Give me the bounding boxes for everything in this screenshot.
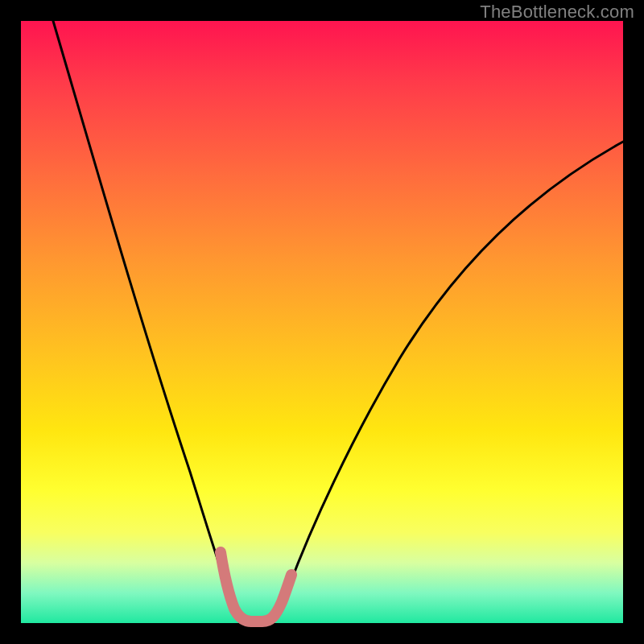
watermark-text: TheBottleneck.com [480,2,634,23]
plot-area [21,21,623,623]
bottleneck-curve [53,21,623,621]
bottleneck-curve-svg [21,21,623,623]
highlight-valley [221,552,291,621]
chart-frame: TheBottleneck.com [0,0,644,644]
